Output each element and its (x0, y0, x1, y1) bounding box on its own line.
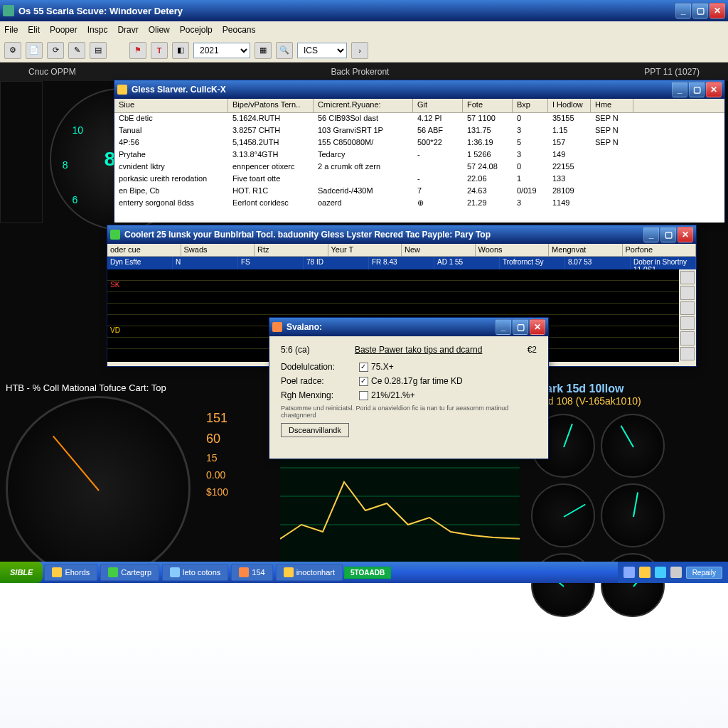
task-item-3[interactable]: leto cotons (162, 564, 228, 581)
tlh-0[interactable]: oder cue (107, 244, 181, 256)
menu-inspc[interactable]: Inspc (87, 25, 108, 35)
tb-btn-1[interactable]: ⚙ (4, 42, 21, 59)
left-section-title: HTB - % Coll Mational Tofuce Cart: Top (6, 382, 269, 393)
col-git[interactable]: Git (413, 99, 463, 112)
dialog-top-left: 5:6 (ca) (281, 345, 310, 355)
task-item-1[interactable]: Ehords (44, 564, 97, 581)
col-bxp[interactable]: Bxp (513, 99, 548, 112)
col-crn[interactable]: Crnicrent.Ryuane: (314, 99, 413, 112)
table-row[interactable]: en Bipe, CbHOT. R1CSadcerid-/430M724.630… (114, 186, 724, 198)
dialog-top-right: €2 (528, 345, 537, 355)
tlh-5[interactable]: Woons (476, 244, 550, 256)
tlh-3[interactable]: Yeur T (328, 244, 402, 256)
table-titlebar[interactable]: Gless Slarver. CullcK-X _ ▢ ✕ (114, 80, 724, 99)
tl-tool-6[interactable] (680, 347, 695, 360)
dialog-close-button[interactable]: ✕ (530, 319, 545, 335)
task-icon-4 (239, 567, 249, 577)
dialog-link[interactable]: Baste Pawer tako tips and dcarnd (355, 345, 482, 355)
left-gauge-section: HTB - % Coll Mational Tofuce Cart: Top 1… (0, 377, 274, 583)
dlg-check-1[interactable] (359, 363, 368, 372)
table-row[interactable]: cvnident Iktryennpencer otixerc2 a crumk… (114, 161, 724, 173)
col-fote[interactable]: Fote (463, 99, 513, 112)
timeline-minimize-button[interactable]: _ (643, 227, 659, 242)
window-title: Os 55 Scarla Scuve: Windover Detery (18, 6, 183, 16)
menu-oliew[interactable]: Oliew (149, 25, 170, 35)
dlg-val-3: 21%/21.%+ (371, 390, 415, 400)
table-row[interactable]: porkasic ureith rerodationFive toart ott… (114, 173, 724, 186)
dialog-minimize-button[interactable]: _ (496, 319, 511, 335)
task-item-4[interactable]: 154 (231, 564, 272, 581)
tb-btn-flag[interactable]: ⚑ (129, 42, 146, 59)
menu-pocejolp[interactable]: Pocejolp (180, 25, 213, 35)
tlh-1[interactable]: Swads (181, 244, 255, 256)
tb-btn-next[interactable]: › (351, 42, 368, 59)
ics-select[interactable]: ICS (297, 43, 347, 58)
menu-file[interactable]: File (4, 25, 18, 35)
tb-btn-6[interactable]: ◧ (172, 42, 189, 59)
year-select[interactable]: 2021 (193, 43, 250, 58)
tray-button[interactable]: Repaily (686, 567, 722, 579)
table-row[interactable]: Tanual3.8257 CHTH103 GranviSRT 1P56 ABF1… (114, 125, 724, 137)
tl-tool-1[interactable] (680, 271, 695, 284)
table-body: CbE detic5.1624.RUTH56 ClB93Sol dast4.12… (114, 113, 724, 223)
menu-dravr[interactable]: Dravr (117, 25, 138, 35)
tl-tool-3[interactable] (680, 301, 695, 315)
task-icon-3 (170, 567, 180, 577)
tlh-2[interactable]: Rtz (255, 244, 328, 256)
timeline-close-button[interactable]: ✕ (678, 227, 693, 242)
tray-icon-4[interactable] (670, 567, 682, 578)
task-item-5[interactable]: inoctonhart (276, 564, 343, 581)
menu-peocans[interactable]: Peocans (223, 25, 256, 35)
tl-tool-4[interactable] (680, 316, 695, 330)
tl-tool-2[interactable] (680, 286, 695, 299)
dialog-action-button[interactable]: Dsceanvillandk (281, 423, 349, 437)
tb-search-icon[interactable]: 🔍 (276, 42, 293, 59)
app-icon (3, 5, 14, 16)
dialog-titlebar[interactable]: Svalano: _ ▢ ✕ (269, 318, 548, 336)
tray-icon-2[interactable] (639, 567, 651, 578)
taskbar: SIBLE Ehords Cartegrp leto cotons 154 in… (0, 562, 728, 583)
main-titlebar[interactable]: Os 55 Scarla Scuve: Windover Detery _ ▢ … (0, 0, 728, 21)
right-section-sub: Food 108 (V-165ak1010) (531, 395, 722, 407)
timeline-window-title: Coolert 25 lunsk your Bunblrbal Tocl. ba… (124, 230, 491, 240)
table-close-button[interactable]: ✕ (706, 82, 722, 97)
table-row[interactable]: Prytahe3.13.8°4GTHTedarcy-1 52663149 (114, 149, 724, 161)
tlh-6[interactable]: Mengnvat (549, 244, 623, 256)
task-icon-5 (284, 567, 294, 577)
menu-pooper[interactable]: Pooper (50, 25, 77, 35)
tlh-7[interactable]: Porfone (623, 244, 697, 256)
close-button[interactable]: ✕ (710, 3, 725, 18)
tb-btn-3[interactable]: ⟳ (47, 42, 64, 59)
dlg-label-1: Dodelulcation: (281, 362, 359, 372)
tb-btn-7[interactable]: ▦ (255, 42, 272, 59)
start-button[interactable]: SIBLE (0, 562, 43, 583)
table-minimize-button[interactable]: _ (672, 82, 687, 97)
task-item-2[interactable]: Cartegrp (100, 564, 159, 581)
timeline-maximize-button[interactable]: ▢ (660, 227, 676, 242)
tb-btn-t[interactable]: T (151, 42, 168, 59)
table-row[interactable]: 4P:565,1458.2UTH155 C850080M/500*221:36.… (114, 137, 724, 149)
tray-icon-1[interactable] (623, 567, 635, 578)
tb-btn-4[interactable]: ✎ (68, 42, 85, 59)
tlh-4[interactable]: New (402, 244, 476, 256)
col-hodlow[interactable]: I Hodlow (548, 99, 591, 112)
col-bipe[interactable]: Bipe/vPatons Tern.. (228, 99, 314, 112)
minimize-button[interactable]: _ (675, 3, 691, 18)
tb-btn-5[interactable]: ▤ (90, 42, 107, 59)
dialog-icon (272, 322, 282, 332)
col-hme[interactable]: Hme (591, 99, 633, 112)
dlg-check-2[interactable] (359, 377, 368, 386)
tl-tool-5[interactable] (680, 331, 695, 345)
maximize-button[interactable]: ▢ (692, 3, 708, 18)
tb-btn-2[interactable]: 📄 (26, 42, 43, 59)
table-maximize-button[interactable]: ▢ (689, 82, 705, 97)
menu-edit[interactable]: Elit (28, 25, 40, 35)
dialog-maximize-button[interactable]: ▢ (513, 319, 528, 335)
tray-icon-3[interactable] (655, 567, 666, 578)
table-row[interactable]: CbE detic5.1624.RUTH56 ClB93Sol dast4.12… (114, 113, 724, 125)
col-siue[interactable]: Siue (114, 99, 228, 112)
table-row[interactable]: enterry sorgonal 8dssEerlont coridescoaz… (114, 198, 724, 210)
dlg-check-3[interactable] (359, 391, 368, 400)
table-header: Siue Bipe/vPatons Tern.. Crnicrent.Ryuan… (114, 99, 724, 113)
timeline-titlebar[interactable]: Coolert 25 lunsk your Bunblrbal Tocl. ba… (107, 225, 696, 244)
